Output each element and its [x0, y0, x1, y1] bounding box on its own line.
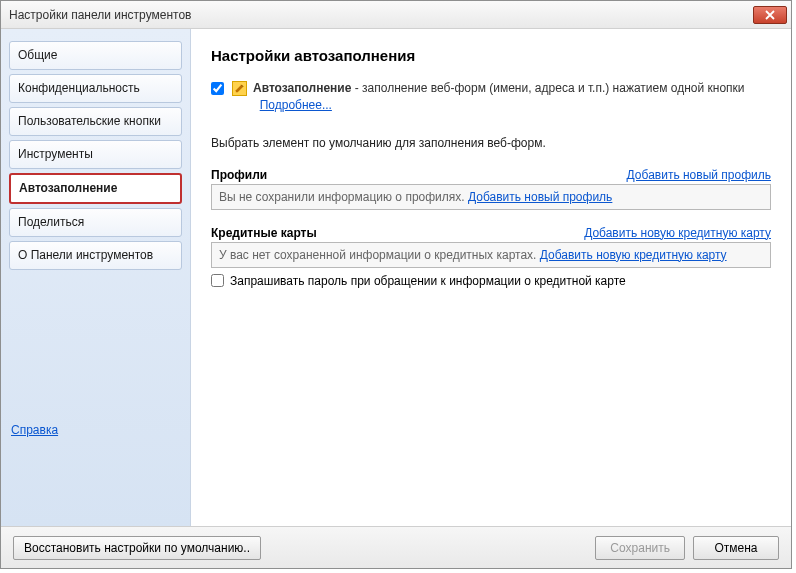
settings-dialog: Настройки панели инструментов Общие Конф… [0, 0, 792, 569]
window-title: Настройки панели инструментов [9, 8, 753, 22]
autofill-label: Автозаполнение [253, 81, 351, 95]
default-element-text: Выбрать элемент по умолчанию для заполне… [211, 136, 771, 150]
tab-label: Конфиденциальность [18, 81, 140, 95]
learn-more-link[interactable]: Подробнее... [260, 98, 332, 112]
tab-label: Пользовательские кнопки [18, 114, 161, 128]
sidebar: Общие Конфиденциальность Пользовательски… [1, 29, 191, 527]
autofill-desc-text: - заполнение веб-форм (имени, адреса и т… [351, 81, 744, 95]
profiles-label: Профили [211, 168, 267, 182]
add-card-link[interactable]: Добавить новую кредитную карту [584, 226, 771, 240]
page-title: Настройки автозаполнения [211, 47, 771, 64]
cards-empty-add-link[interactable]: Добавить новую кредитную карту [540, 248, 727, 262]
tab-share[interactable]: Поделиться [9, 208, 182, 237]
tab-general[interactable]: Общие [9, 41, 182, 70]
close-icon [765, 10, 775, 20]
close-button[interactable] [753, 6, 787, 24]
tab-label: Поделиться [18, 215, 84, 229]
cards-empty-text: У вас нет сохраненной информации о креди… [219, 248, 536, 262]
card-password-row: Запрашивать пароль при обращении к инфор… [211, 274, 771, 288]
sidebar-tabs: Общие Конфиденциальность Пользовательски… [9, 41, 182, 417]
cancel-button[interactable]: Отмена [693, 536, 779, 560]
titlebar: Настройки панели инструментов [1, 1, 791, 29]
profiles-empty-add-link[interactable]: Добавить новый профиль [468, 190, 612, 204]
tab-label: Автозаполнение [19, 181, 117, 195]
tab-autofill[interactable]: Автозаполнение [9, 173, 182, 204]
autofill-checkbox[interactable] [211, 82, 224, 95]
footer: Восстановить настройки по умолчанию.. Со… [1, 526, 791, 568]
save-button[interactable]: Сохранить [595, 536, 685, 560]
autofill-description: Автозаполнение - заполнение веб-форм (им… [253, 80, 771, 114]
tab-tools[interactable]: Инструменты [9, 140, 182, 169]
autofill-toggle-row: Автозаполнение - заполнение веб-форм (им… [211, 80, 771, 114]
cards-empty-box: У вас нет сохраненной информации о креди… [211, 242, 771, 268]
cards-label: Кредитные карты [211, 226, 317, 240]
pencil-icon [232, 81, 247, 96]
cards-header: Кредитные карты Добавить новую кредитную… [211, 226, 771, 240]
content-pane: Настройки автозаполнения Автозаполнение … [191, 29, 791, 527]
restore-defaults-button[interactable]: Восстановить настройки по умолчанию.. [13, 536, 261, 560]
tab-privacy[interactable]: Конфиденциальность [9, 74, 182, 103]
profiles-empty-box: Вы не сохранили информацию о профилях. Д… [211, 184, 771, 210]
tab-custom-buttons[interactable]: Пользовательские кнопки [9, 107, 182, 136]
tab-label: О Панели инструментов [18, 248, 153, 262]
body-area: Общие Конфиденциальность Пользовательски… [1, 29, 791, 527]
tab-label: Инструменты [18, 147, 93, 161]
add-profile-link[interactable]: Добавить новый профиль [627, 168, 771, 182]
help-link[interactable]: Справка [11, 423, 58, 437]
tab-about[interactable]: О Панели инструментов [9, 241, 182, 270]
card-password-label: Запрашивать пароль при обращении к инфор… [230, 274, 626, 288]
profiles-header: Профили Добавить новый профиль [211, 168, 771, 182]
profiles-empty-text: Вы не сохранили информацию о профилях. [219, 190, 465, 204]
tab-label: Общие [18, 48, 57, 62]
card-password-checkbox[interactable] [211, 274, 224, 287]
